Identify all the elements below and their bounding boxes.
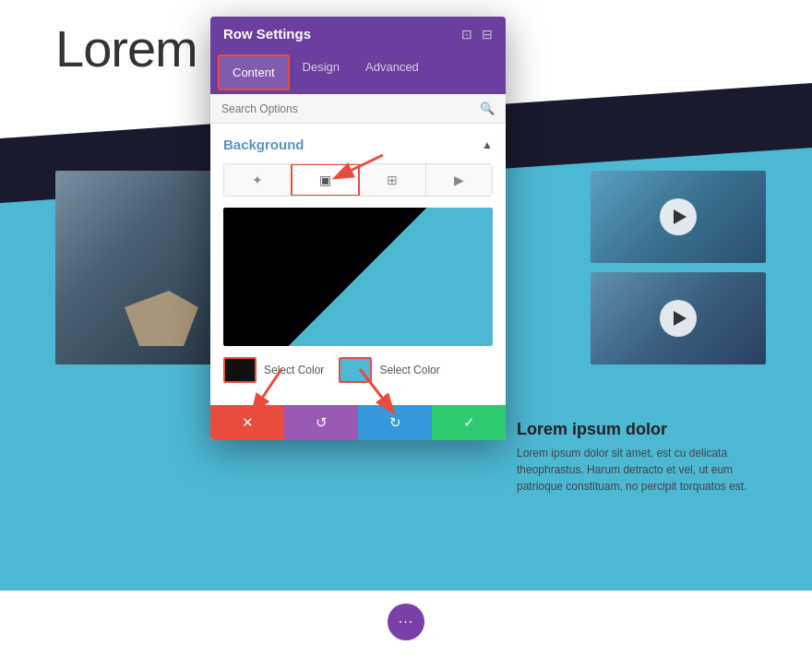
page-heading: Lorem bbox=[55, 18, 197, 78]
modal-actions: ✕ ↺ ↻ ✓ bbox=[210, 405, 506, 440]
play-icon-bottom bbox=[674, 311, 687, 326]
play-icon-top bbox=[674, 209, 687, 224]
color-label-2: Select Color bbox=[379, 364, 439, 376]
color-icon: ✦ bbox=[252, 173, 263, 187]
gradient-icon: ▣ bbox=[319, 173, 331, 187]
cancel-button[interactable]: ✕ bbox=[210, 405, 284, 440]
search-bar: 🔍 bbox=[210, 94, 506, 124]
bg-type-color[interactable]: ✦ bbox=[224, 164, 292, 196]
background-preview bbox=[223, 208, 493, 346]
background-section-header: Background ▲ bbox=[223, 137, 493, 152]
tab-advanced[interactable]: Advanced bbox=[352, 51, 432, 94]
video-top-right bbox=[591, 171, 766, 263]
play-button-top[interactable] bbox=[660, 198, 697, 235]
bg-type-row: ✦ ▣ ⊞ ▶ bbox=[223, 163, 493, 197]
modal-header-icons: ⊡ ⊟ bbox=[461, 27, 493, 42]
bg-type-image[interactable]: ⊞ bbox=[359, 164, 426, 196]
text-block: Lorem ipsum dolor Lorem ipsum dolor sit … bbox=[517, 420, 766, 495]
color-swatch-black[interactable] bbox=[223, 357, 257, 383]
layout-icon[interactable]: ⊟ bbox=[482, 27, 493, 42]
redo-button[interactable]: ↻ bbox=[358, 405, 432, 440]
bg-type-video[interactable]: ▶ bbox=[426, 164, 493, 196]
undo-button[interactable]: ↺ bbox=[284, 405, 358, 440]
image-icon: ⊞ bbox=[387, 173, 398, 187]
bottom-dot[interactable]: ··· bbox=[388, 603, 424, 640]
hand-image bbox=[125, 291, 198, 346]
search-input[interactable] bbox=[221, 102, 480, 115]
tab-content[interactable]: Content bbox=[218, 54, 290, 90]
modal-title: Row Settings bbox=[223, 26, 311, 42]
modal-body: Background ▲ ✦ ▣ ⊞ ▶ Select Color bbox=[210, 124, 506, 405]
color-selector-2: Select Color bbox=[339, 357, 439, 383]
bg-type-gradient[interactable]: ▣ bbox=[291, 163, 361, 197]
color-selector-1: Select Color bbox=[223, 357, 324, 383]
color-label-1: Select Color bbox=[264, 364, 324, 376]
color-selectors: Select Color Select Color bbox=[223, 357, 493, 383]
collapse-icon[interactable]: ▲ bbox=[482, 138, 493, 151]
text-block-body: Lorem ipsum dolor sit amet, est cu delic… bbox=[517, 445, 766, 495]
video-icon: ▶ bbox=[454, 173, 464, 187]
dot-dots-label: ··· bbox=[399, 615, 413, 629]
color-swatch-blue[interactable] bbox=[339, 357, 372, 383]
text-block-heading: Lorem ipsum dolor bbox=[517, 420, 766, 439]
modal-tabs: Content Design Advanced bbox=[210, 51, 506, 94]
modal-header: Row Settings ⊡ ⊟ bbox=[210, 17, 506, 51]
video-bottom-right bbox=[591, 272, 766, 364]
background-section-title: Background bbox=[223, 137, 304, 152]
save-button[interactable]: ✓ bbox=[432, 405, 506, 440]
search-icon: 🔍 bbox=[480, 102, 495, 115]
tab-design[interactable]: Design bbox=[290, 51, 352, 94]
photo-left bbox=[55, 171, 217, 364]
row-settings-modal: Row Settings ⊡ ⊟ Content Design Advanced… bbox=[210, 17, 506, 440]
fullscreen-icon[interactable]: ⊡ bbox=[461, 27, 472, 42]
play-button-bottom[interactable] bbox=[660, 300, 697, 337]
